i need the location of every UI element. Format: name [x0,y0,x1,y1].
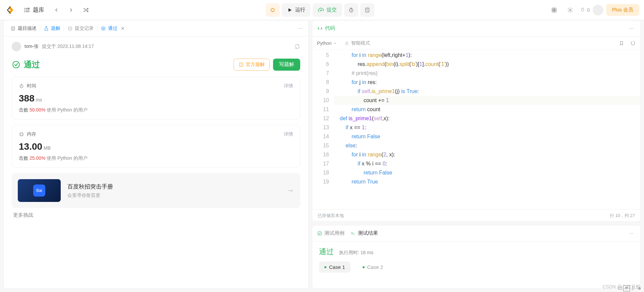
streak-count: 0 [587,7,590,13]
terminal-icon [351,231,356,236]
case-chip[interactable]: Case 1 [319,262,351,273]
app-root: 题库 运行 提交 0 [0,0,644,292]
system-tray: 中 ⚙ [618,285,643,291]
svg-rect-6 [554,10,556,12]
code-content[interactable]: for i in range(left,right+1): res.append… [334,50,640,209]
result-actions: 官方题解 写题解 [233,59,300,71]
svg-point-12 [13,61,19,68]
more-challenges-label: 更多挑战 [12,208,300,222]
refresh-icon [294,44,300,50]
next-problem-button[interactable] [64,3,78,17]
test-more-button[interactable]: ⋯ [627,229,636,238]
chevron-down-icon [333,41,337,45]
left-pane: 题目描述 题解 提交记录 通过 ✕ ⋯ [3,20,309,289]
tab-passed-label: 通过 [108,25,117,31]
code-editor[interactable]: 5678910111213141516171819 for i in range… [312,50,640,209]
ime-indicator[interactable]: 中 [623,285,630,291]
time-unit: ms [36,97,42,102]
ai-mode-toggle[interactable]: 智能模式 [344,40,370,46]
official-solution-button[interactable]: 官方题解 [233,59,270,71]
tab-submissions[interactable]: 提交记录 [64,20,97,36]
save-status: 已存储至本地 [318,213,344,219]
memory-card: 内存 详情 13.00MB 击败 25.00% 使用 Python 的用户 [12,125,300,168]
mem-title: 内存 [27,131,36,137]
clock-icon [19,83,24,89]
test-pass-label: 通过 [319,247,334,257]
tab-description-label: 题目描述 [18,25,37,31]
cursor-position: 行 10，列 27 [610,213,635,219]
reset-code-button[interactable] [630,41,636,46]
code-header-label: 代码 [317,25,335,31]
tab-submissions-label: 提交记录 [75,25,94,31]
submit-label: 提交 [327,7,337,13]
timer-button[interactable] [344,3,358,17]
shuffle-button[interactable] [79,3,93,17]
case-chips: Case 1Case 2 [319,262,634,273]
problem-list-button[interactable]: 题库 [19,4,48,16]
close-icon[interactable]: ✕ [121,26,125,31]
line-gutter: 5678910111213141516171819 [312,50,334,209]
code-pane: 代码 ⋯ Python 智能模式 [312,20,641,222]
svg-rect-4 [554,8,556,10]
history-icon [67,26,73,31]
settings-button[interactable] [564,3,577,17]
code-subbar: Python 智能模式 [312,36,640,50]
cloud-upload-icon [318,7,324,13]
reset-icon [630,41,636,46]
time-value: 388 [19,93,35,103]
bookmark-button[interactable] [619,41,624,46]
user-avatar[interactable] [593,5,603,15]
clock-icon [348,7,354,13]
submit-button[interactable]: 提交 [313,3,342,17]
code-more-button[interactable]: ⋯ [627,24,636,33]
svg-rect-15 [20,133,23,136]
tab-testresult[interactable]: 测试结果 [351,230,378,236]
prev-problem-button[interactable] [50,3,63,17]
chip-icon [19,132,24,137]
mem-value: 13.00 [19,141,42,152]
test-tabs: 测试用例 测试结果 ⋯ [312,225,640,241]
submitter-name[interactable]: tom-张 [24,44,39,50]
refresh-button[interactable] [294,44,300,50]
right-column: 代码 ⋯ Python 智能模式 [312,20,641,289]
svg-rect-18 [619,287,622,290]
time-title: 时间 [27,83,36,89]
topbar-right: 0 Plus 会员 [547,3,639,17]
svg-point-0 [271,8,274,11]
time-details-button[interactable]: 详情 [284,83,293,89]
svg-rect-16 [345,43,348,45]
play-icon [287,7,292,13]
bug-icon [270,7,276,13]
tab-solutions[interactable]: 题解 [40,20,64,36]
promo-title: 百度秋招突击手册 [67,183,280,191]
tab-passed[interactable]: 通过 ✕ [97,20,128,36]
left-more-button[interactable]: ⋯ [296,24,305,33]
notes-button[interactable] [360,3,374,17]
debug-button[interactable] [266,3,280,17]
svg-point-11 [103,28,104,29]
plus-member-button[interactable]: Plus 会员 [606,4,639,16]
code-header: 代码 ⋯ [312,20,640,36]
case-chip[interactable]: Case 2 [357,262,389,273]
flask-icon [44,26,49,31]
tab-testcases[interactable]: 测试用例 [317,230,344,236]
run-label: 运行 [295,7,305,13]
mem-details-button[interactable]: 详情 [284,131,293,137]
svg-point-10 [102,26,105,30]
streak-display[interactable]: 0 [580,7,590,13]
left-tabs: 题目描述 题解 提交记录 通过 ✕ ⋯ [4,20,308,36]
svg-rect-3 [552,8,554,10]
promo-subtitle: 众里寻你签百度 [67,193,280,199]
language-select[interactable]: Python [317,41,337,46]
tray-icon: ⚙ [636,285,643,291]
promo-card[interactable]: Bai 百度秋招突击手册 众里寻你签百度 → [12,173,300,208]
svg-rect-5 [552,10,554,12]
write-solution-button[interactable]: 写题解 [273,59,300,71]
lock-icon [344,41,349,46]
test-body: 通过 执行用时: 16 ms Case 1Case 2 [312,241,640,278]
logo-icon[interactable] [5,4,16,16]
layout-button[interactable] [547,3,561,17]
test-runtime: 执行用时: 16 ms [339,250,373,256]
tab-description[interactable]: 题目描述 [7,20,40,36]
run-button[interactable]: 运行 [282,3,311,17]
